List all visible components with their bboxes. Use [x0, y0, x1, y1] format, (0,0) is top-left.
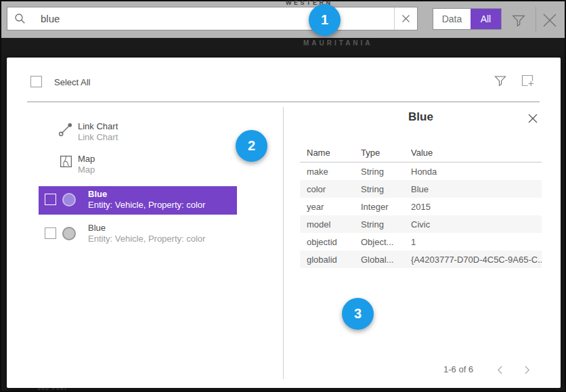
cell-value: 1 [411, 237, 542, 247]
result-item-link-chart[interactable]: Link Chart Link Chart [39, 118, 237, 148]
cell-name: make [307, 167, 361, 177]
result-title: Link Chart [78, 121, 118, 131]
cell-name: model [307, 219, 361, 230]
clear-icon [401, 14, 410, 23]
result-title: Blue [88, 189, 107, 199]
toolbar-divider [536, 7, 536, 32]
search-results-panel: Select All Link Chart Link Chart Map Map… [7, 58, 561, 388]
search-bar [7, 7, 418, 30]
table-row: colorStringBlue [300, 180, 542, 198]
callout-badge-2: 2 [236, 130, 267, 162]
cell-type: Object... [361, 237, 411, 247]
add-to-selection-icon [520, 73, 535, 88]
table-row: objectidObject...1 [300, 233, 542, 251]
cell-name: color [307, 184, 361, 194]
entity-circle-icon [62, 227, 76, 240]
select-all-checkbox[interactable] [30, 76, 42, 87]
cell-type: Integer [361, 202, 411, 212]
table-row: makeStringHonda [300, 162, 542, 180]
entity-circle-icon [62, 193, 76, 206]
table-header: Name Type Value [300, 148, 542, 161]
search-toolbar: WESTERN Data All [1, 1, 565, 38]
result-item-blue[interactable]: Blue Entity: Vehicle, Property: color [39, 220, 237, 248]
cell-value: 2015 [411, 202, 542, 212]
pagination-prev-button[interactable] [492, 362, 508, 378]
result-checkbox[interactable] [45, 194, 56, 205]
filter-icon [494, 74, 506, 87]
callout-badge-3: 3 [342, 298, 374, 330]
list-detail-divider [283, 107, 284, 379]
cell-type: String [361, 184, 411, 194]
cell-value: Honda [411, 167, 542, 177]
result-item-map[interactable]: Map Map [39, 151, 237, 181]
cell-name: year [307, 202, 361, 212]
panel-filter-button[interactable] [492, 72, 509, 89]
clear-search-button[interactable] [395, 7, 417, 30]
pagination-next-button[interactable] [519, 362, 535, 378]
column-type: Type [361, 148, 411, 161]
map-label-mauritania: MAURITANIA [303, 39, 373, 47]
detail-title: Blue [300, 110, 542, 124]
toolbar-filter-button[interactable] [509, 11, 528, 30]
chevron-left-icon [497, 365, 503, 375]
cell-type: String [361, 219, 411, 230]
link-chart-icon [58, 121, 74, 140]
result-title: Blue [88, 223, 106, 233]
result-subtitle: Map [78, 165, 95, 175]
table-row: globalidGlobal...{A4203777-D70D-4C5C-9A6… [300, 251, 542, 268]
cell-name: globalid [307, 255, 361, 265]
filter-icon [512, 14, 525, 27]
column-value: Value [411, 148, 542, 161]
map-icon [59, 154, 73, 171]
result-subtitle: Entity: Vehicle, Property: color [88, 200, 205, 210]
result-checkbox[interactable] [45, 227, 56, 239]
cell-value: Blue [411, 184, 542, 194]
close-icon [542, 12, 558, 28]
toggle-option-all[interactable]: All [471, 9, 501, 29]
toolbar-close-button[interactable] [540, 10, 560, 30]
close-icon [527, 113, 538, 124]
result-title: Map [78, 154, 95, 164]
header-divider [27, 102, 540, 102]
column-name: Name [307, 148, 361, 161]
result-item-blue-selected[interactable]: Blue Entity: Vehicle, Property: color [39, 186, 237, 215]
search-icon [7, 13, 32, 24]
chevron-right-icon [524, 365, 530, 375]
table-row: modelStringCivic [300, 215, 542, 233]
select-all-label: Select All [54, 77, 90, 87]
callout-badge-1: 1 [309, 4, 341, 36]
table-row: yearInteger2015 [300, 198, 542, 215]
data-all-toggle: Data All [433, 8, 502, 30]
cell-value: {A4203777-D70D-4C5C-9A65-C... [411, 255, 542, 265]
cell-type: String [361, 167, 411, 177]
result-subtitle: Link Chart [78, 132, 118, 142]
detail-close-button[interactable] [525, 110, 541, 127]
add-to-selection-button[interactable] [518, 71, 537, 90]
pagination-label: 1-6 of 6 [443, 364, 473, 374]
cell-name: objectid [307, 237, 361, 247]
cell-value: Civic [411, 219, 542, 230]
cell-type: Global... [361, 255, 411, 265]
result-subtitle: Entity: Vehicle, Property: color [88, 234, 205, 244]
toggle-option-data[interactable]: Data [433, 9, 471, 29]
